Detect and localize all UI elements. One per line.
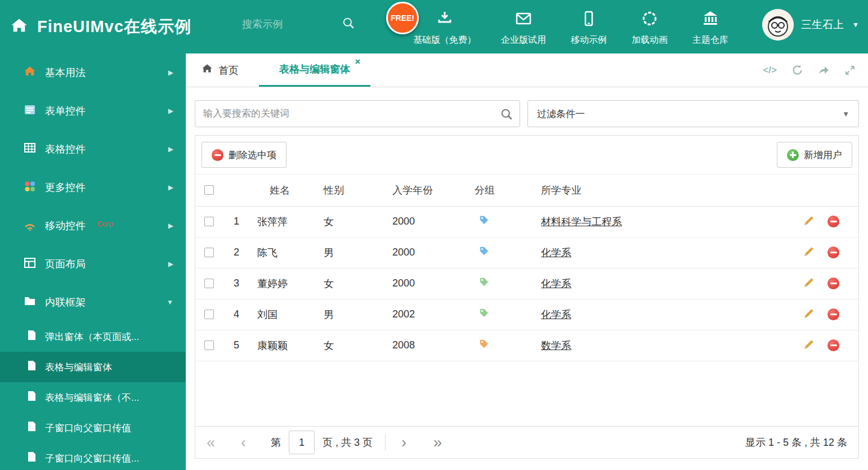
col-header-year: 入学年份 — [380, 174, 462, 206]
cell-gender: 女 — [311, 330, 380, 361]
nav-mobile-demo[interactable]: 移动示例 — [558, 8, 619, 48]
sidebar-item-form-controls[interactable]: 表单控件 ▶ — [0, 92, 186, 130]
sidebar-item-page-layout[interactable]: 页面布局 ▶ — [0, 245, 186, 283]
tab-home[interactable]: 首页 — [196, 53, 244, 87]
major-link[interactable]: 数学系 — [541, 340, 571, 351]
fullscreen-icon[interactable] — [844, 65, 856, 76]
prev-page-icon[interactable]: ‹ — [241, 435, 246, 450]
home-icon — [24, 65, 36, 80]
sidebar-item-label: 表单控件 — [45, 104, 86, 118]
tab-grid-edit-window[interactable]: 表格与编辑窗体 × — [259, 53, 370, 87]
user-menu[interactable]: 三生石上 ▼ — [762, 9, 859, 41]
form-icon — [24, 104, 36, 119]
source-code-icon[interactable]: </> — [763, 65, 777, 76]
app-logo[interactable]: FineUIMvc在线示例 — [10, 0, 191, 53]
signal-icon — [24, 218, 36, 234]
row-checkbox[interactable] — [204, 279, 214, 288]
grid-panel: 删除选中项 新增用户 姓名 性别 入学年份 分组 所学专业 — [195, 135, 859, 459]
tab-label: 首页 — [218, 64, 239, 77]
edit-icon[interactable] — [803, 276, 815, 291]
sidebar-subitem-grid-edit-window[interactable]: 表格与编辑窗体 — [0, 352, 186, 382]
page-input[interactable] — [289, 431, 315, 454]
sidebar-subitem-grid-edit-window-2[interactable]: 表格与编辑窗体（不... — [0, 382, 186, 413]
edit-icon[interactable] — [803, 338, 815, 353]
edit-icon[interactable] — [803, 307, 815, 322]
row-checkbox[interactable] — [204, 310, 214, 319]
sidebar-item-label: 基本用法 — [45, 66, 86, 79]
file-icon — [27, 391, 37, 404]
nav-label: 企业版试用 — [501, 34, 546, 46]
nav-loading-animations[interactable]: 加载动画 — [619, 8, 680, 48]
sidebar-subitem-label: 弹出窗体（本页面或... — [45, 330, 139, 343]
delete-row-icon[interactable] — [827, 277, 839, 289]
file-icon — [27, 360, 37, 374]
delete-row-icon[interactable] — [827, 247, 839, 258]
delete-selected-button[interactable]: 删除选中项 — [202, 142, 287, 168]
chevron-right-icon: ▶ — [168, 183, 173, 191]
last-page-icon[interactable]: » — [433, 435, 442, 450]
header-search-input[interactable] — [242, 19, 315, 30]
cell-gender: 女 — [311, 206, 380, 237]
edit-icon[interactable] — [803, 245, 815, 260]
tag-icon[interactable] — [479, 277, 489, 287]
nav-label: 加载动画 — [632, 34, 668, 46]
sidebar-item-grid-controls[interactable]: 表格控件 ▶ — [0, 130, 186, 168]
row-checkbox[interactable] — [204, 341, 214, 350]
nav-enterprise-trial[interactable]: 企业版试用 — [489, 8, 558, 48]
delete-row-icon[interactable] — [827, 339, 839, 351]
row-checkbox[interactable] — [204, 217, 214, 226]
major-link[interactable]: 化学系 — [541, 247, 571, 258]
cell-year: 2000 — [380, 206, 462, 237]
select-all-checkbox[interactable] — [204, 185, 214, 195]
page-label-prefix: 第 — [271, 436, 281, 449]
major-link[interactable]: 化学系 — [541, 309, 571, 320]
sidebar-item-mobile-controls[interactable]: 移动控件 Corp ▶ — [0, 207, 186, 245]
cell-name: 刘国 — [245, 299, 311, 330]
sidebar-subitem-child-to-parent[interactable]: 子窗口向父窗口传值 — [0, 413, 186, 443]
tag-icon[interactable] — [479, 339, 489, 349]
table-icon — [24, 142, 36, 157]
search-icon[interactable] — [342, 17, 355, 32]
row-checkbox[interactable] — [204, 248, 214, 257]
close-icon[interactable]: × — [355, 57, 360, 67]
row-number: 1 — [222, 206, 245, 237]
page-label-suffix: 页 , 共 3 页 — [323, 436, 373, 449]
avatar — [762, 9, 794, 41]
nav-theme-store[interactable]: 主题仓库 — [680, 8, 741, 48]
sidebar-item-more-controls[interactable]: 更多控件 ▶ — [0, 168, 186, 207]
col-header-name: 姓名 — [245, 174, 311, 206]
row-number: 5 — [222, 330, 245, 361]
chevron-down-icon: ▼ — [167, 298, 173, 306]
refresh-icon[interactable] — [791, 64, 803, 76]
search-icon[interactable] — [500, 108, 513, 123]
sidebar-item-label: 内联框架 — [45, 296, 86, 309]
tag-icon[interactable] — [479, 308, 489, 318]
delete-selected-label: 删除选中项 — [229, 149, 276, 162]
filter-dropdown[interactable]: 过滤条件一 ▼ — [527, 100, 859, 127]
tag-icon[interactable] — [479, 246, 489, 256]
pager-divider — [385, 434, 386, 451]
edit-icon[interactable] — [803, 214, 815, 229]
keyword-search-box — [195, 100, 520, 127]
table-row: 1 张萍萍 女 2000 材料科学与工程系 — [195, 206, 858, 237]
major-link[interactable]: 材料科学与工程系 — [541, 216, 622, 227]
share-icon[interactable] — [818, 64, 830, 76]
sidebar: 基本用法 ▶ 表单控件 ▶ 表格控件 ▶ 更多控件 ▶ 移动控件 Corp ▶ … — [0, 53, 186, 470]
sidebar-item-basic-usage[interactable]: 基本用法 ▶ — [0, 53, 186, 92]
col-header-group: 分组 — [462, 174, 529, 206]
pagination-bar: « ‹ 第 页 , 共 3 页 › » 显示 1 - 5 条 , 共 12 条 — [195, 426, 858, 458]
chevron-down-icon: ▼ — [842, 110, 849, 118]
tag-icon[interactable] — [479, 215, 489, 225]
delete-row-icon[interactable] — [827, 308, 839, 320]
chevron-right-icon: ▶ — [168, 222, 173, 230]
sidebar-subitem-child-to-parent-2[interactable]: 子窗口向父窗口传值... — [0, 443, 186, 470]
sidebar-item-inline-frame[interactable]: 内联框架 ▼ — [0, 283, 186, 321]
first-page-icon[interactable]: « — [207, 435, 215, 450]
delete-row-icon[interactable] — [827, 216, 839, 227]
major-link[interactable]: 化学系 — [541, 278, 571, 289]
next-page-icon[interactable]: › — [401, 435, 406, 450]
sidebar-subitem-popup-window[interactable]: 弹出窗体（本页面或... — [0, 321, 186, 352]
add-user-button[interactable]: 新增用户 — [777, 142, 852, 168]
nav-label: 主题仓库 — [692, 34, 728, 46]
keyword-search-input[interactable] — [195, 101, 520, 127]
